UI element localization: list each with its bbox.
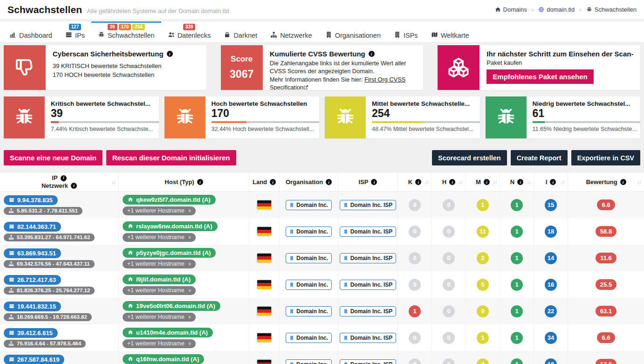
col-host: Host (Typ): [164, 179, 194, 185]
tab-datenlecks[interactable]: 339 Datenlecks: [161, 21, 218, 42]
isp-button[interactable]: Domain Inc. ISP: [340, 333, 397, 343]
more-hostnames-toggle[interactable]: +1 weiterer Hostname ∨: [123, 233, 196, 242]
info-icon[interactable]: i: [449, 179, 455, 185]
host-pill[interactable]: 19ve5o0lrt06.domain.tld (A): [123, 301, 220, 311]
ip-pill[interactable]: 39.412.6.615: [4, 328, 58, 338]
network-pill[interactable]: 53.395.831.27 - 64.971.741.62: [4, 234, 95, 241]
host-pill[interactable]: qkew9zl5f7.domain.tld (A): [123, 195, 216, 205]
network-pill[interactable]: 75.916.4.64 - 57.978.5.464: [4, 340, 86, 348]
ip-pill[interactable]: 19.441.832.15: [4, 302, 61, 311]
tab-dashboard[interactable]: Dashboard: [3, 21, 59, 42]
organisation-button[interactable]: Domain Inc.: [286, 227, 332, 237]
tab-netzwerke[interactable]: Netzwerke: [264, 21, 319, 42]
isp-button[interactable]: Domain Inc. ISP: [340, 359, 397, 364]
stat-value: 170: [212, 108, 320, 119]
ip-pill[interactable]: 82.144.363.71: [4, 222, 61, 232]
actions-row: Scanne eine neue DomainRescan dieser Dom…: [4, 150, 640, 165]
organisation-button[interactable]: Domain Inc.: [286, 200, 332, 210]
host-label: u1410m4e.domain.tld (A): [136, 329, 208, 336]
home-icon: [128, 356, 133, 362]
next-step-subtitle: Paket kaufen: [486, 59, 633, 66]
scanne-eine-neue-domain-button[interactable]: Scanne eine neue Domain: [4, 150, 103, 165]
organisation-button[interactable]: Domain Inc.: [286, 333, 332, 343]
server-icon: [9, 277, 14, 282]
isp-button[interactable]: Domain Inc. ISP: [340, 253, 397, 263]
more-hostnames-toggle[interactable]: +1 weiterer Hostname ∨: [123, 206, 196, 215]
count-n: 1: [511, 252, 523, 264]
tab-label: Datenlecks: [178, 32, 211, 39]
tab-organisationen[interactable]: Organisationen: [319, 21, 387, 42]
table-row: 9.94.378.835 5.85.531.2 - 7.78.611.551 q…: [0, 192, 644, 218]
globe-icon: [538, 7, 544, 13]
org-label: Domain Inc.: [296, 335, 328, 341]
info-icon[interactable]: i: [484, 179, 490, 185]
info-icon[interactable]: i: [270, 179, 276, 185]
info-icon[interactable]: i: [326, 179, 332, 185]
network-pill[interactable]: 81.826.376.25 - 25.764.277.12: [4, 287, 95, 295]
organisation-button[interactable]: Domain Inc.: [286, 253, 332, 263]
sort-icon[interactable]: ↓↑: [425, 179, 428, 185]
breadcrumb-domain-tld[interactable]: domain.tld: [538, 6, 575, 13]
org-label: Domain Inc.: [296, 361, 328, 364]
breadcrumb-schwachstellen[interactable]: Schwachstellen: [586, 6, 637, 13]
exportiere-in-csv-button[interactable]: Exportiere in CSV: [571, 150, 640, 165]
sort-icon[interactable]: ↓↑: [111, 179, 115, 185]
tab-darknet[interactable]: Darknet: [217, 21, 264, 42]
sort-icon[interactable]: ↓↑: [459, 179, 462, 185]
germany-flag-icon: [257, 360, 271, 364]
isp-button[interactable]: Domain Inc. ISP: [340, 227, 397, 237]
ip-pill[interactable]: 63.869.943.51: [4, 248, 61, 258]
home-icon: [128, 223, 133, 229]
host-pill[interactable]: q16fnw.domain.tld (A): [123, 354, 204, 364]
ip-pill[interactable]: 26.712.417.63: [4, 275, 61, 285]
tab-ips[interactable]: 127 IPs: [59, 21, 91, 42]
host-pill[interactable]: p5yzye0jgc.domain.tld (A): [123, 248, 216, 258]
organisation-button[interactable]: Domain Inc.: [286, 280, 332, 290]
more-hostnames-toggle[interactable]: +1 weiterer Hostname ∨: [123, 260, 196, 268]
sort-icon[interactable]: ↓↑: [561, 179, 564, 185]
isp-button[interactable]: Domain Inc. ISP: [340, 280, 397, 290]
network-pill[interactable]: 18.269.669.5 - 19.728.663.82: [4, 313, 92, 321]
ip-pill[interactable]: 267.587.84.619: [4, 355, 64, 364]
isp-button[interactable]: Domain Inc. ISP: [340, 200, 397, 210]
rating-badge: 63.1: [596, 306, 617, 316]
host-pill[interactable]: u1410m4e.domain.tld (A): [123, 328, 213, 337]
organisation-button[interactable]: Domain Inc.: [286, 306, 332, 316]
network-pill[interactable]: 5.85.531.2 - 7.78.611.551: [4, 207, 82, 215]
info-icon[interactable]: i: [71, 183, 77, 189]
sort-icon[interactable]: ↓↑: [527, 179, 530, 185]
info-icon[interactable]: i: [620, 179, 626, 185]
info-icon[interactable]: i: [197, 179, 203, 185]
count-h: 0: [443, 252, 455, 264]
isp-label: Domain Inc. ISP: [350, 361, 393, 364]
ip-pill[interactable]: 9.94.378.835: [4, 195, 58, 205]
recommended-package-button[interactable]: Empfohlenes Paket ansehen: [486, 69, 593, 84]
sort-icon[interactable]: ↓↑: [637, 179, 641, 185]
more-hostnames-label: +1 weiterer Hostname: [127, 207, 185, 214]
network-pill[interactable]: 69.342.576.56 - 47.643.437.11: [4, 260, 95, 268]
info-icon[interactable]: i: [550, 179, 556, 185]
info-icon[interactable]: i: [167, 51, 173, 57]
scorecard-erstellen-button[interactable]: Scorecard erstellen: [432, 150, 507, 165]
tab-count-badge: 170: [119, 24, 131, 30]
isp-button[interactable]: Domain Inc. ISP: [340, 306, 397, 316]
more-hostnames-toggle[interactable]: +1 weiterer Hostname ∨: [123, 313, 196, 322]
info-icon[interactable]: i: [415, 179, 421, 185]
breadcrumb-domains[interactable]: Domains: [495, 6, 527, 13]
info-icon[interactable]: i: [517, 179, 523, 185]
organisation-button[interactable]: Domain Inc.: [286, 359, 332, 364]
info-icon[interactable]: i: [61, 175, 67, 181]
tab-schwachstellen[interactable]: 39170254 Schwachstellen: [91, 21, 161, 42]
info-icon[interactable]: i: [369, 51, 375, 57]
info-icon[interactable]: i: [371, 179, 377, 185]
more-hostnames-toggle[interactable]: +1 weiterer Hostname ∨: [123, 339, 196, 348]
more-hostnames-toggle[interactable]: +1 weiterer Hostname ∨: [123, 286, 196, 295]
host-pill[interactable]: l9jlif.domain.tld (A): [123, 275, 196, 284]
sort-icon[interactable]: ↓↑: [493, 179, 496, 185]
rescan-dieser-domain-initialisieren-button[interactable]: Rescan dieser Domain initialisieren: [106, 150, 236, 165]
tab-weltkarte[interactable]: Weltkarte: [425, 21, 476, 42]
cvss-score-card: Score 3067 Kumulierte CVSS Bewertung i D…: [221, 45, 424, 90]
tab-isps[interactable]: ISPs: [387, 21, 425, 42]
host-pill[interactable]: rslayaw6nw.domain.tld (A): [123, 221, 218, 231]
create-report-button[interactable]: Create Report: [511, 150, 568, 165]
